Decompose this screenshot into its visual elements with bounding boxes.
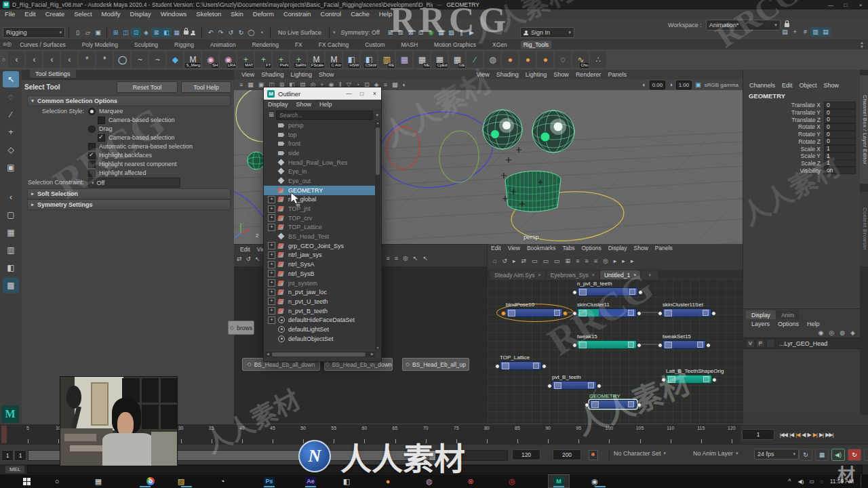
show-desktop-button[interactable]: [861, 475, 864, 487]
node-editor-toolbar-icon[interactable]: ▭: [554, 258, 560, 265]
filter-icon[interactable]: ⊞: [267, 111, 276, 119]
shelf-button[interactable]: *: [79, 52, 95, 68]
dark-app-icon[interactable]: ◍: [425, 475, 445, 487]
panel-layout-icon[interactable]: ▢: [3, 207, 19, 223]
checkbox[interactable]: [88, 161, 96, 168]
layer-playback-toggle[interactable]: P: [756, 339, 765, 348]
output-port[interactable]: [712, 378, 717, 382]
new-tab-button[interactable]: +: [642, 270, 658, 279]
input-port[interactable]: [585, 403, 589, 407]
shelf-button[interactable]: ◌: [555, 52, 571, 68]
expand-toggle[interactable]: +: [268, 279, 275, 287]
playback-option-icon[interactable]: ⊕: [864, 449, 868, 461]
outliner-item[interactable]: + TOP_jnt: [264, 204, 376, 214]
node-expand-button[interactable]: [628, 310, 634, 316]
input-port[interactable]: [658, 343, 663, 348]
channel-attribute-row[interactable]: Scale Y 1: [743, 152, 861, 160]
shelf-button[interactable]: M S_Merg: [184, 52, 201, 68]
expand-toggle[interactable]: +: [268, 307, 275, 314]
checkbox[interactable]: [88, 143, 96, 150]
menu-item[interactable]: Display: [130, 10, 151, 18]
node-editor-toolbar-icon[interactable]: ⊞: [566, 258, 571, 265]
shelf-button[interactable]: ◍: [484, 52, 500, 68]
layer-name[interactable]: ...Lyr_GEO_Head: [779, 340, 827, 347]
node-editor-toolbar-icon[interactable]: ↺: [502, 258, 507, 265]
anim-end-field[interactable]: 200: [553, 449, 581, 460]
channel-attribute-row[interactable]: Translate Z 0: [743, 116, 861, 123]
shelf-button[interactable]: ~: [149, 52, 165, 68]
graph-node[interactable]: skinCluster11Set: [663, 308, 711, 317]
expand-toggle[interactable]: +: [268, 214, 275, 222]
minimize-button[interactable]: —: [342, 90, 355, 97]
panel-menu-item[interactable]: Lighting: [526, 71, 547, 78]
menu-item[interactable]: Constrain: [283, 10, 311, 18]
close-icon[interactable]: ×: [538, 272, 541, 277]
shelf-button[interactable]: ●: [537, 52, 553, 68]
viewport-toolbar-icon[interactable]: ≡: [384, 81, 387, 89]
playback-button[interactable]: ▶: [808, 432, 811, 438]
menu-set-selector[interactable]: Rigging: [3, 27, 65, 38]
node-graph[interactable]: n_pvt_B_teeth bindPose10: [488, 279, 743, 424]
node-editor-toolbar-icon[interactable]: ⇄: [521, 258, 527, 265]
node-expand-button[interactable]: [628, 401, 634, 407]
shelf-button[interactable]: ▦ CpEd: [431, 52, 448, 68]
expand-toggle[interactable]: +: [268, 242, 275, 249]
tool-icon[interactable]: ◌: [3, 89, 19, 105]
channel-attribute-row[interactable]: Rotate Y 0: [743, 131, 861, 138]
vertical-scrollbar[interactable]: ▲ ▼: [375, 121, 380, 350]
attribute-value-field[interactable]: on: [824, 167, 856, 174]
horizontal-scrollbar[interactable]: ◀ ▶: [265, 352, 375, 357]
layer-toolbar-icon[interactable]: ◈: [850, 329, 855, 337]
panel-menu-item[interactable]: Show: [634, 245, 648, 253]
close-button[interactable]: ×: [368, 90, 381, 97]
outliner-menu-item[interactable]: Help: [319, 101, 332, 108]
playback-button[interactable]: |◀: [795, 432, 800, 438]
input-port[interactable]: [572, 290, 577, 295]
gamma-field[interactable]: 1.00: [676, 81, 692, 89]
channel-attribute-row[interactable]: Visibility on: [743, 167, 861, 174]
snap-icon[interactable]: ◈: [141, 28, 151, 37]
shelf-button[interactable]: M C Attr: [326, 52, 342, 68]
left-eye-sphere[interactable]: [483, 110, 522, 149]
selection-option[interactable]: Highlight nearest component: [88, 160, 177, 168]
expand-toggle[interactable]: +: [268, 251, 275, 259]
taskbar-clock[interactable]: 11:59 AM: [830, 478, 854, 485]
panel-menu-item[interactable]: Panels: [608, 71, 627, 78]
expand-toggle[interactable]: +: [268, 224, 275, 231]
outliner-item[interactable]: + Eye_out: [264, 176, 376, 186]
attribute-value-field[interactable]: 1: [824, 159, 856, 167]
shelf-tab[interactable]: Rendering: [250, 41, 281, 49]
outliner-titlebar[interactable]: M Outliner — □ ×: [264, 87, 381, 100]
sidebar-toggle-icon[interactable]: ▥: [810, 27, 821, 37]
channel-attribute-row[interactable]: Translate X 0: [743, 102, 861, 109]
maya-icon[interactable]: M: [549, 475, 569, 487]
panel-menu-item[interactable]: Bookmarks: [527, 245, 556, 253]
outliner-item[interactable]: + n_pvt_U_teeth: [264, 297, 376, 306]
layer-menu-item[interactable]: Options: [778, 321, 799, 327]
channel-box-menu-item[interactable]: Channels: [749, 82, 775, 89]
node-editor-tab[interactable]: Eyebrows_Sys ×: [547, 270, 599, 279]
sidebar-toggle-icon[interactable]: ▤: [780, 27, 790, 37]
menu-item[interactable]: Select: [74, 10, 92, 18]
outliner-item[interactable]: + TOP_Lattice: [264, 223, 376, 232]
graph-node[interactable]: tweakSet15: [663, 340, 706, 349]
output-port[interactable]: [637, 403, 642, 407]
shelf-button[interactable]: ‹: [26, 52, 42, 68]
obs-icon[interactable]: ◉: [590, 475, 610, 487]
shelf-tab[interactable]: Sculpting: [132, 41, 161, 49]
graph-node[interactable]: Latt_B_TeethShapeOrig: [666, 375, 712, 384]
shelf-tab[interactable]: Animation: [208, 41, 239, 49]
panel-menu-item[interactable]: Show: [553, 71, 569, 78]
node-editor-toolbar-icon[interactable]: ⌂: [493, 258, 496, 265]
red-app-icon[interactable]: ⊗: [466, 475, 486, 487]
panel-menu-item[interactable]: Tabs: [562, 245, 574, 253]
snap-icon[interactable]: ◧: [161, 28, 172, 37]
viewport-toolbar-icon[interactable]: ▩: [392, 81, 398, 89]
section-common-selection[interactable]: Common Selection Options: [27, 96, 231, 106]
panel-toolbar-icon[interactable]: ↖: [413, 255, 418, 262]
selection-option[interactable]: Camera-based selection: [98, 116, 175, 124]
status-icon[interactable]: ⊡: [416, 28, 426, 37]
node-expand-button[interactable]: [703, 310, 709, 316]
checkbox[interactable]: [98, 117, 105, 124]
exposure-field[interactable]: 0.00: [650, 81, 666, 89]
